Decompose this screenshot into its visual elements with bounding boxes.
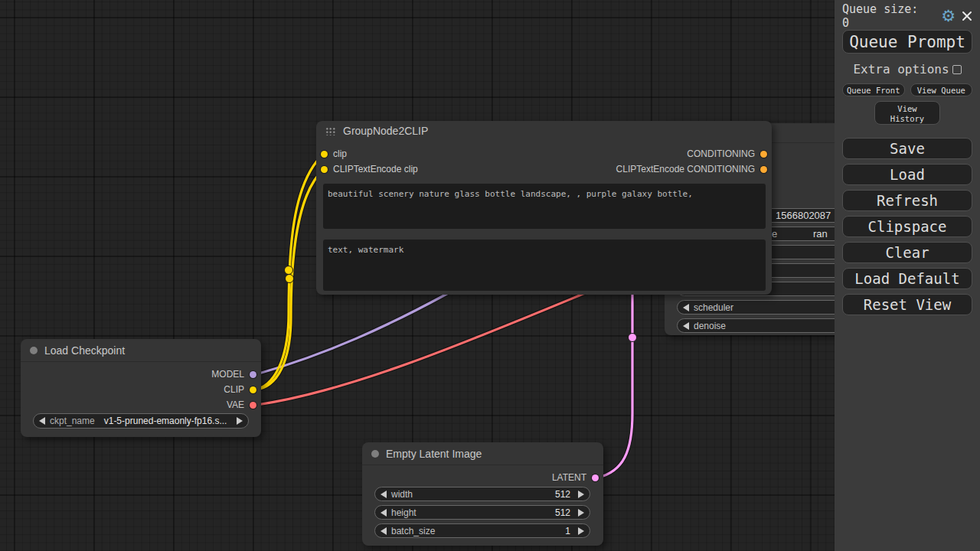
right-arrow-icon[interactable] [237, 417, 243, 425]
node-groupnode2clip[interactable]: GroupNode2CLIP clip CLIPTextEncode clip … [316, 121, 772, 295]
control-after-generate-label-fragment: e [772, 228, 777, 240]
width-label: width [391, 489, 413, 500]
extra-options-label: Extra options [853, 62, 949, 77]
left-arrow-icon[interactable] [381, 527, 387, 535]
width-widget[interactable]: width 512 [374, 487, 590, 501]
clip-link-dot[interactable] [286, 275, 294, 283]
node-title-label: GroupNode2CLIP [343, 125, 428, 137]
batch-size-label: batch_size [391, 526, 435, 536]
close-icon[interactable] [962, 11, 972, 21]
group-grid-icon [325, 127, 336, 135]
output-slot-model[interactable]: MODEL [211, 368, 256, 380]
clip-input-dot[interactable] [321, 166, 328, 173]
input-slot-label: clip [333, 148, 347, 159]
output-slot-label: CLIPTextEncode CONDITIONING [616, 164, 755, 174]
model-output-dot[interactable] [250, 371, 256, 378]
batch-size-widget[interactable]: batch_size 1 [374, 523, 590, 538]
empty-latent-title-bar[interactable]: Empty Latent Image [362, 442, 603, 465]
height-value: 512 [555, 507, 570, 518]
output-slot-label: VAE [227, 399, 244, 410]
conditioning-output-dot[interactable] [760, 151, 767, 158]
input-slot-cliptextencode-clip[interactable]: CLIPTextEncode clip [321, 163, 418, 175]
queue-size-label: Queue size: 0 [842, 2, 929, 30]
clear-button[interactable]: Clear [842, 242, 972, 263]
input-slot-label: CLIPTextEncode clip [333, 164, 418, 174]
left-arrow-icon[interactable] [39, 417, 45, 425]
denoise-widget[interactable]: denoise [677, 318, 835, 333]
positive-prompt-textarea[interactable]: beautiful scenery nature glass bottle la… [323, 184, 766, 229]
conditioning-output-dot[interactable] [760, 166, 767, 173]
output-slot-label: LATENT [552, 472, 586, 483]
extra-options-checkbox[interactable] [952, 65, 962, 74]
node-load-checkpoint[interactable]: Load Checkpoint MODEL CLIP VAE ckpt_name… [21, 339, 261, 437]
output-slot-conditioning[interactable]: CONDITIONING [687, 148, 767, 160]
scheduler-label: scheduler [694, 302, 733, 313]
load-button[interactable]: Load [842, 164, 972, 185]
queue-prompt-button[interactable]: Queue Prompt [842, 30, 972, 54]
view-history-line2: History [890, 114, 924, 123]
queue-front-button[interactable]: Queue Front [842, 83, 905, 96]
groupnode2clip-title-bar[interactable]: GroupNode2CLIP [316, 121, 772, 141]
output-slot-latent[interactable]: LATENT [552, 471, 599, 484]
latent-link-dot[interactable] [629, 334, 637, 342]
left-arrow-icon[interactable] [381, 509, 387, 517]
height-widget[interactable]: height 512 [374, 505, 590, 520]
left-arrow-icon[interactable] [683, 322, 689, 330]
comfy-menu-panel: Queue size: 0 ⚙ Queue Prompt Extra optio… [835, 0, 980, 551]
clip-link-dot[interactable] [285, 266, 293, 275]
width-value: 512 [555, 489, 570, 500]
ckpt-name-value: v1-5-pruned-emaonly-fp16.s... [104, 416, 227, 426]
output-slot-label: CLIP [224, 384, 244, 395]
input-slot-clip[interactable]: clip [321, 148, 347, 160]
collapse-dot-icon[interactable] [30, 347, 38, 354]
control-after-generate-value-fragment: ran [813, 228, 828, 240]
load-checkpoint-title-bar[interactable]: Load Checkpoint [21, 339, 261, 362]
batch-size-value: 1 [565, 526, 570, 536]
right-arrow-icon[interactable] [578, 527, 584, 535]
clipspace-button[interactable]: Clipspace [842, 216, 972, 237]
node-graph-canvas[interactable]: scheduler denoise 1566802087 e ran Group… [0, 0, 835, 551]
output-slot-label: MODEL [211, 369, 244, 380]
reset-view-button[interactable]: Reset View [842, 294, 972, 315]
output-slot-vae[interactable]: VAE [227, 399, 256, 411]
latent-output-dot[interactable] [592, 474, 599, 481]
node-title-label: Load Checkpoint [44, 344, 125, 357]
left-arrow-icon[interactable] [381, 491, 387, 498]
clip-output-dot[interactable] [250, 386, 256, 393]
seed-value: 1566802087 [776, 210, 831, 221]
view-history-button[interactable]: View History [874, 101, 940, 125]
node-title-label: Empty Latent Image [386, 448, 482, 460]
clip-input-dot[interactable] [321, 151, 328, 158]
right-arrow-icon[interactable] [578, 509, 584, 517]
ckpt-name-label: ckpt_name [50, 416, 95, 426]
height-label: height [391, 507, 416, 518]
output-slot-cliptextencode-conditioning[interactable]: CLIPTextEncode CONDITIONING [616, 163, 767, 175]
output-slot-label: CONDITIONING [687, 148, 755, 159]
left-arrow-icon[interactable] [683, 304, 689, 311]
refresh-button[interactable]: Refresh [842, 190, 972, 211]
save-button[interactable]: Save [842, 138, 972, 159]
output-slot-clip[interactable]: CLIP [224, 383, 256, 396]
negative-prompt-textarea[interactable]: text, watermark [323, 240, 766, 291]
collapse-dot-icon[interactable] [371, 450, 379, 458]
right-arrow-icon[interactable] [578, 491, 584, 498]
view-queue-button[interactable]: View Queue [910, 83, 973, 96]
settings-gear-icon[interactable]: ⚙ [941, 8, 956, 24]
ckpt-name-widget[interactable]: ckpt_name v1-5-pruned-emaonly-fp16.s... [33, 413, 249, 429]
vae-output-dot[interactable] [250, 402, 256, 409]
denoise-label: denoise [694, 321, 726, 331]
node-empty-latent-image[interactable]: Empty Latent Image LATENT width 512 heig… [362, 442, 603, 546]
scheduler-widget[interactable]: scheduler [677, 300, 835, 315]
load-default-button[interactable]: Load Default [842, 268, 972, 289]
view-history-line1: View [897, 104, 916, 113]
